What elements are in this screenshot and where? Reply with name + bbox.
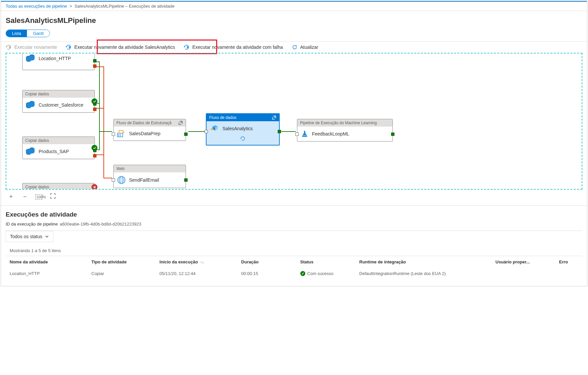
refresh-button[interactable]: Atualizar — [292, 44, 318, 50]
zoom-fit-button[interactable] — [50, 193, 56, 201]
node-products-sap[interactable]: Copiar dados Products_SAP — [22, 137, 95, 159]
status-filter-label: Todos os status — [10, 234, 42, 239]
cell-error — [555, 268, 582, 279]
globe-icon — [117, 176, 126, 184]
node-type-label: Web — [116, 166, 124, 171]
showing-count: Mostrando 1 a 5 de 5 itens — [6, 245, 582, 256]
cell-type: Copiar — [87, 268, 156, 279]
sort-icon: ↑↓ — [199, 260, 204, 264]
col-start[interactable]: Início da execução ↑↓ — [156, 256, 237, 268]
toolbar: Executar novamente Executar novamente da… — [1, 41, 587, 53]
success-port[interactable] — [184, 178, 188, 182]
database-icon — [26, 101, 35, 109]
success-port[interactable] — [93, 102, 96, 106]
node-sendfailemail[interactable]: Web SendFailEmail — [113, 165, 186, 188]
rerun-from-icon — [66, 44, 72, 50]
success-port[interactable] — [93, 149, 96, 152]
toggle-list[interactable]: Lista — [6, 30, 27, 37]
cell-duration: 00:00:15 — [237, 268, 296, 279]
node-type-label: Fluxo de dados — [209, 115, 236, 120]
cell-status: Com sucesso — [296, 268, 355, 279]
col-error[interactable]: Erro — [555, 256, 582, 268]
cell-name: Location_HTTP — [6, 268, 87, 279]
rerun-failed-button[interactable]: Executar novamente da atividade com falh… — [184, 44, 283, 50]
col-activity-name[interactable]: Nome da atividade — [6, 256, 87, 268]
zoom-reset-button[interactable]: 100% — [36, 194, 42, 200]
node-type-label: Copiar dados — [25, 185, 49, 189]
svg-rect-0 — [117, 133, 123, 137]
connectors — [6, 53, 582, 189]
node-title: SendFailEmail — [129, 177, 159, 183]
activity-runs-heading: Execuções de atividade — [6, 211, 582, 218]
breadcrumb-root-link[interactable]: Todas as execuções de pipeline — [6, 4, 67, 9]
rerun-icon — [6, 44, 12, 50]
node-type-label: Fluxo de Dados de Estruturaçã — [116, 121, 171, 125]
svg-rect-3 — [118, 136, 119, 136]
input-port[interactable] — [295, 133, 299, 136]
col-activity-type[interactable]: Tipo de atividade — [87, 256, 156, 268]
fail-port[interactable] — [93, 108, 96, 111]
ml-flask-icon — [301, 130, 309, 138]
fail-port[interactable] — [93, 64, 96, 68]
status-filter-dropdown[interactable]: Todos os status — [6, 231, 53, 242]
success-port[interactable] — [184, 133, 188, 136]
toggle-gantt[interactable]: Gantt — [27, 30, 50, 37]
database-icon — [26, 54, 35, 62]
node-customer-salesforce[interactable]: Copiar dados Customer_Salesforce — [22, 90, 95, 113]
open-external-icon[interactable] — [178, 121, 183, 125]
rerun-label: Executar novamente — [14, 45, 57, 50]
rerun-from-label: Executar novamente da atividade SalesAna… — [74, 45, 175, 50]
node-type-label: Copiar dados — [25, 138, 49, 143]
pipeline-canvas[interactable]: Location_HTTP Copiar dados Customer_Sale… — [6, 53, 582, 190]
zoom-toolbar: + − 100% — [1, 190, 587, 204]
node-salesdataprep[interactable]: Fluxo de Dados de Estruturaçã SalesDataP… — [113, 119, 186, 141]
zoom-out-button[interactable]: − — [22, 193, 28, 200]
dataflow-icon — [117, 130, 126, 137]
rerun-failed-icon — [184, 44, 190, 50]
success-port[interactable] — [391, 133, 394, 136]
dataflow-cube-icon — [210, 125, 219, 133]
node-feedbackloopml[interactable]: Pipeline de Execução do Machine Learning… — [297, 119, 393, 141]
node-title: Customer_Salesforce — [39, 102, 83, 108]
refresh-icon — [292, 44, 298, 50]
table-header-row: Nome da atividade Tipo de atividade Iníc… — [6, 256, 582, 268]
input-port[interactable] — [205, 130, 208, 133]
breadcrumb-separator: > — [70, 4, 72, 9]
node-type-label: Pipeline de Execução do Machine Learning — [300, 121, 377, 125]
view-toggle: Lista Gantt — [6, 30, 50, 37]
node-salesanalytics[interactable]: Fluxo de dados SalesAnalytics — [206, 113, 280, 145]
col-duration[interactable]: Duração — [237, 256, 296, 268]
input-port[interactable] — [112, 178, 115, 182]
rerun-button[interactable]: Executar novamente — [6, 44, 57, 50]
database-icon — [26, 147, 35, 155]
node-location-http[interactable]: Location_HTTP — [22, 53, 95, 70]
svg-rect-2 — [120, 134, 121, 135]
success-check-icon — [300, 271, 305, 276]
node-copy-truncated[interactable]: Copiar dados — [22, 183, 95, 190]
input-port[interactable] — [112, 133, 115, 136]
run-id-line: ID da execução de pipeline a600eabe-19fb… — [6, 222, 582, 227]
col-runtime[interactable]: Runtime de integração — [355, 256, 492, 268]
run-id-label: ID da execução de pipeline — [6, 222, 58, 227]
rerun-failed-label: Executar novamente da atividade com falh… — [192, 45, 283, 50]
col-status[interactable]: Status — [296, 256, 355, 268]
cell-start: 05/11/20, 12:12:44 — [156, 268, 237, 279]
open-external-icon[interactable] — [272, 115, 276, 120]
zoom-in-button[interactable]: + — [8, 193, 14, 200]
col-user[interactable]: Usuário proper... — [492, 256, 555, 268]
rerun-node-icon[interactable] — [240, 136, 245, 141]
fail-port[interactable] — [93, 154, 96, 157]
table-row[interactable]: Location_HTTP Copiar 05/11/20, 12:12:44 … — [6, 268, 582, 279]
node-title: SalesAnalytics — [222, 126, 253, 131]
cell-runtime: DefaultIntegrationRuntime (Leste dos EUA… — [355, 268, 492, 279]
node-type-label: Copiar dados — [25, 92, 49, 96]
success-port[interactable] — [278, 130, 281, 133]
rerun-from-button[interactable]: Executar novamente da atividade SalesAna… — [66, 44, 175, 50]
activity-table: Nome da atividade Tipo de atividade Iníc… — [6, 256, 582, 279]
svg-rect-4 — [120, 136, 121, 136]
breadcrumb-current: SalesAnalyticsMLPipeline – Execuções de … — [74, 4, 175, 9]
success-port[interactable] — [93, 59, 96, 62]
status-error-badge — [91, 184, 97, 190]
fit-screen-icon — [50, 193, 56, 199]
cell-user — [492, 268, 555, 279]
